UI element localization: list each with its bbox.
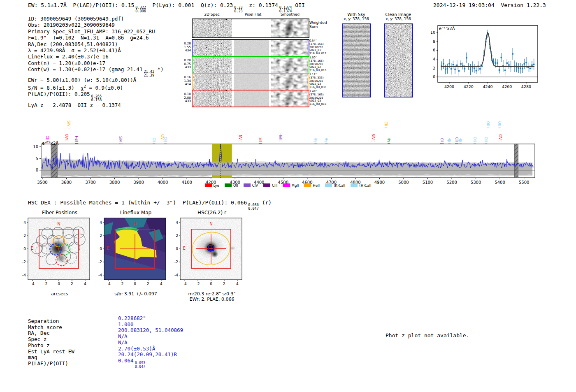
match-row-label: Photo z [28, 343, 74, 349]
svg-text:-4: -4 [22, 273, 26, 277]
svg-text:2: 2 [100, 234, 102, 238]
stacked-fraction: 0.0930.047 [135, 361, 146, 368]
legend-swatch [225, 183, 232, 187]
legend-swatch [325, 183, 332, 187]
svg-text:-4: -4 [107, 282, 111, 286]
line-annotation: SiIV ] [67, 121, 71, 128]
match-row-label: Spec z [28, 336, 74, 343]
svg-text:-2: -2 [44, 282, 48, 286]
match-row-label: Separation [28, 318, 74, 325]
legend-item: OII [225, 183, 238, 188]
hsc-dex-match-line: HSC-DEX : Possible Matches = 1 (within +… [28, 199, 272, 210]
svg-text:e⁻¹⁷x2Å: e⁻¹⁷x2Å [42, 141, 59, 146]
hsc-ewr-plae-label: EWr: 2, PLAE: 0.066 [173, 297, 251, 302]
legend-label: OII [233, 183, 238, 188]
legend-swatch [304, 183, 311, 187]
legend-label: MgII [292, 183, 299, 188]
svg-text:4: 4 [100, 220, 102, 225]
svg-text:-4: -4 [98, 273, 102, 277]
elixer-report-page: EW: 5.1±1.7Å P(LAE)/P(OII): 0.150.3220.0… [0, 0, 576, 392]
svg-text:-2: -2 [196, 282, 200, 286]
svg-text:4: 4 [236, 282, 239, 286]
lineflux-map-panel: Lineflux Map NE-4-4-2-2002244 s/b: 3.91 … [97, 210, 175, 297]
line-annotation: CIII ( [384, 122, 388, 128]
svg-text:2: 2 [23, 234, 26, 238]
legend-label: HeII [313, 183, 320, 188]
svg-text:E: E [30, 246, 33, 251]
match-row-label: RA, Dec [28, 330, 74, 336]
stacked-fraction: 0.0860.047 [248, 203, 259, 210]
svg-text:0: 0 [176, 247, 178, 251]
text-segment: HSC-DEX : Possible Matches = 1 (within +… [28, 199, 247, 206]
svg-text:-4: -4 [174, 273, 178, 277]
svg-text:E: E [183, 246, 185, 251]
svg-text:-2: -2 [98, 260, 102, 264]
match-table-labels: SeparationMatch scoreRA, DecSpec zPhoto … [28, 318, 74, 367]
svg-text:-4: -4 [31, 282, 35, 286]
svg-text:4: 4 [176, 220, 178, 225]
svg-text:2: 2 [176, 234, 178, 238]
svg-text:-2: -2 [22, 260, 26, 264]
legend-item: (K)CaII [325, 183, 345, 188]
hsc-cutout-image: NE-4-4-2-2002244 [173, 216, 251, 292]
svg-text:2: 2 [71, 282, 73, 286]
legend-item: (H)CaII [351, 183, 371, 188]
svg-text:4: 4 [160, 282, 163, 286]
hsc-cutout-title: HSC(26.2) r [173, 210, 251, 216]
match-row-value: 200.083120, 51.040869 [118, 327, 183, 334]
svg-text:0: 0 [134, 282, 136, 286]
legend-item: HeII [304, 183, 320, 188]
svg-text:10: 10 [33, 144, 38, 149]
legend-label: CIII [272, 183, 277, 188]
legend-item: CIII [263, 183, 277, 188]
match-row-value: N/A [118, 340, 183, 346]
lineflux-map-image: NE-4-4-2-2002244 [97, 216, 175, 292]
spectrum-legend: LyαOIICIVCIIIMgIIHeII(K)CaII(H)CaII [41, 183, 535, 188]
fiber-positions-image: NE-4-4-2-2002244 [21, 216, 99, 292]
svg-text:4: 4 [23, 220, 26, 225]
legend-swatch [283, 183, 290, 187]
svg-text:N: N [133, 222, 136, 226]
svg-text:-2: -2 [120, 282, 124, 286]
legend-item: Lyα [205, 183, 220, 188]
svg-text:0: 0 [210, 282, 212, 286]
match-row-value: 1.000 [118, 322, 183, 328]
svg-text:2: 2 [147, 282, 149, 286]
svg-text:E: E [107, 246, 109, 251]
hsc-cutout-panel: HSC(26.2) r NE-4-4-2-2002244 m:20.3 re:2… [173, 210, 251, 302]
legend-swatch [263, 183, 270, 187]
legend-swatch [205, 183, 212, 187]
match-row-value: N/A [118, 334, 183, 340]
legend-swatch [351, 183, 358, 187]
lineflux-map-title: Lineflux Map [97, 210, 175, 216]
match-table-values: 0.228682"1.000200.083120, 51.040869N/AN/… [118, 315, 183, 368]
match-row-value: 2.70(±0.53)Å [118, 346, 183, 352]
svg-text:-4: -4 [183, 282, 187, 286]
match-row-value: 20.24(20.09,20.41)R [118, 352, 183, 358]
fiber-positions-title: Fiber Positions [21, 210, 99, 216]
line-annotation: OIII ( [486, 121, 490, 128]
match-row-value: 0.0640.0930.047 [118, 358, 183, 368]
text-segment: (r) [259, 199, 272, 206]
match-row-label: mag [28, 355, 74, 361]
svg-text:4: 4 [84, 282, 86, 286]
svg-text:0: 0 [100, 247, 102, 251]
spectral-line-annotations: CII ]OVI [SiIV ]HeII [SiIV ]OII (CIV (OI… [0, 0, 576, 148]
photz-note: Phot z plot not available. [386, 332, 469, 339]
legend-label: Lyα [214, 183, 220, 188]
legend-item: CIV [244, 183, 258, 188]
fiber-positions-panel: Fiber Positions NE-4-4-2-2002244 arcsecs [21, 210, 99, 297]
match-row-value: 0.228682" [118, 315, 183, 322]
svg-text:N: N [57, 222, 60, 226]
svg-text:N: N [209, 222, 212, 226]
svg-text:-2: -2 [174, 260, 178, 264]
line-annotation: OIII ( [497, 121, 502, 128]
svg-text:5: 5 [36, 156, 38, 161]
svg-text:0: 0 [23, 247, 26, 251]
legend-label: CIV [252, 183, 258, 188]
legend-label: (H)CaII [359, 183, 371, 188]
svg-text:0: 0 [58, 282, 60, 286]
svg-text:2: 2 [223, 282, 225, 286]
legend-swatch [244, 183, 251, 187]
svg-text:0: 0 [36, 168, 38, 172]
